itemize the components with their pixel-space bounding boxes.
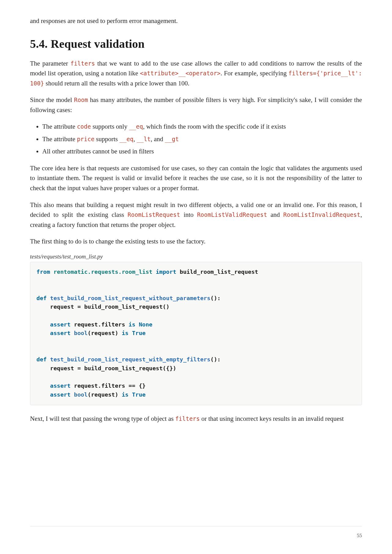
code-code: code [77,123,91,130]
text: The attribute [42,123,77,130]
kw-assert: assert [50,383,71,389]
paragraph-6: Next, I will test that passing the wrong… [30,414,362,424]
text: into [180,211,197,218]
text: should return all the results with a pri… [44,80,190,87]
kw-assert: assert [50,391,71,398]
intro-fragment: and responses are not used to perform er… [30,16,362,26]
paren: (): [210,356,221,363]
code-block: from rentomatic.requests.room_list impor… [30,262,362,405]
kw-def: def [36,356,47,363]
code-line: request = build_room_list_request() [36,303,169,310]
lit-none: None [135,321,153,328]
footer-rule [30,526,362,526]
text: All other attributes cannot be used in f… [42,148,154,155]
lit-true: True [129,391,146,398]
text: or that using incorrect keys results in … [200,415,344,422]
text: (request) [88,330,122,336]
text: request.filters [70,321,128,328]
text: supports only [91,123,129,130]
kw-import: import [156,269,176,275]
section-number: 5.4. [30,37,48,50]
paragraph-1: The parameter filters that we want to ad… [30,58,362,89]
fn-name: test_build_room_list_request_without_par… [50,295,210,301]
module-path: rentomatic.requests.room_list [54,269,153,275]
code-attr-op: <attribute>__<operator> [140,70,221,77]
code-eq: __eq [119,136,134,142]
list-item: All other attributes cannot be used in f… [42,146,362,156]
code-lt: __lt [137,136,151,142]
code-roomlistvalidrequest: RoomListValidRequest [197,211,267,218]
code-price: price [77,136,94,142]
sp [70,391,74,398]
text: Since the model [30,96,74,104]
code-filters: filters [175,415,200,422]
kw-is: is [122,330,128,336]
paragraph-5: The first thing to do is to change the e… [30,236,362,247]
kw-assert: assert [50,321,71,328]
code-roomlistinvalidrequest: RoomListInvalidRequest [283,211,360,218]
text: . For example, specifying [221,70,288,77]
kw-from: from [36,269,50,275]
text: (request) [88,391,122,398]
text: , and [151,135,165,143]
paragraph-2: Since the model Room has many attributes… [30,95,362,115]
code-filters: filters [70,60,95,67]
section-title-text: Request validation [51,37,145,50]
text: , which finds the room with the specific… [143,123,286,130]
code-room: Room [74,96,88,103]
page-number: 55 [357,533,362,539]
paren: (): [210,295,221,301]
text: and [267,211,283,218]
code-roomlistrequest: RoomListRequest [128,211,180,218]
lit-true: True [129,330,146,336]
kw-def: def [36,295,47,301]
paragraph-4: This also means that building a request … [30,200,362,230]
code-line: request = build_room_list_request({}) [36,365,176,371]
text: Next, I will test that passing the wrong… [30,415,175,422]
text: The attribute [42,135,77,143]
builtin-bool: bool [74,391,88,398]
text: request.filters == {} [70,383,145,389]
kw-is: is [122,391,128,398]
sp [70,330,74,336]
code-gt: __gt [165,136,179,142]
code-eq: __eq [129,123,143,130]
kw-assert: assert [50,330,71,336]
section-heading: 5.4. Request validation [30,37,362,51]
list-item: The attribute code supports only __eq, w… [42,122,362,132]
text: , [134,135,137,143]
list-item: The attribute price supports __eq, __lt,… [42,134,362,144]
fn-name: test_build_room_list_request_with_empty_… [50,356,210,363]
ident: build_room_list_request [180,269,258,275]
code-caption: tests/requests/test_room_list.py [30,253,362,260]
builtin-bool: bool [74,330,88,336]
kw-is: is [129,321,135,328]
page: and responses are not used to perform er… [0,0,392,449]
filter-cases-list: The attribute code supports only __eq, w… [30,122,362,156]
text: supports [94,135,119,143]
paragraph-3: The core idea here is that requests are … [30,163,362,193]
text: The parameter [30,60,70,67]
